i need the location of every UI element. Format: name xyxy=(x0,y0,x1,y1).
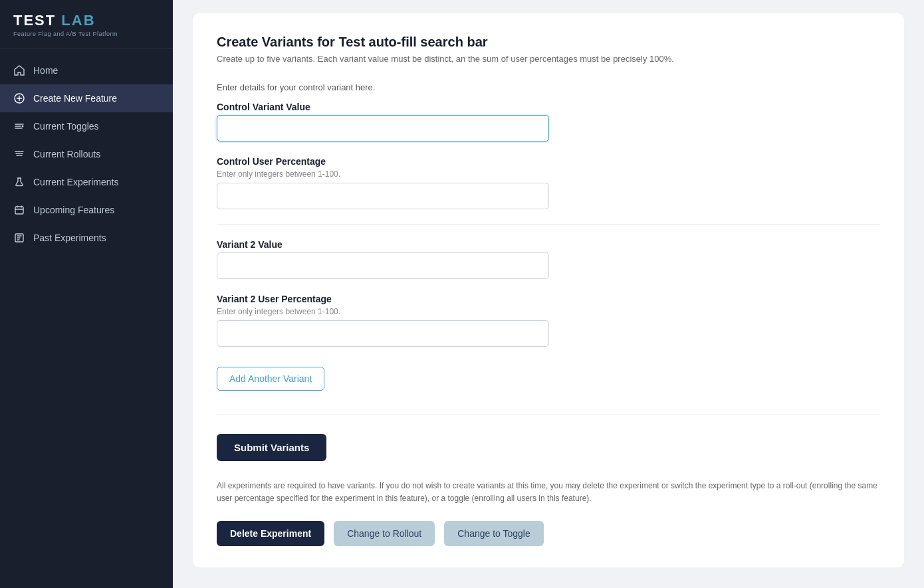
sidebar-item-create-new-feature[interactable]: Create New Feature xyxy=(0,84,173,112)
past-icon xyxy=(13,232,25,244)
card-subtitle: Create up to five variants. Each variant… xyxy=(217,54,880,64)
home-icon xyxy=(13,64,25,76)
sidebar-item-current-rollouts[interactable]: Current Rollouts xyxy=(0,140,173,168)
sidebar-item-current-experiments[interactable]: Current Experiments xyxy=(0,168,173,196)
experiments-icon xyxy=(13,176,25,188)
control-section-label: Enter details for your control variant h… xyxy=(217,82,880,92)
variant2-user-percentage-label: Variant 2 User Percentage xyxy=(217,294,880,304)
variant2-user-percentage-group: Variant 2 User Percentage Enter only int… xyxy=(217,294,880,347)
variant2-user-percentage-input[interactable] xyxy=(217,320,549,347)
logo-container: TEST LAB Feature Flag and A/B Test Platf… xyxy=(0,0,173,49)
rollouts-icon xyxy=(13,148,25,160)
submit-variants-button[interactable]: Submit Variants xyxy=(217,434,326,461)
sidebar-item-upcoming-features[interactable]: Upcoming Features xyxy=(0,196,173,224)
card-title: Create Variants for Test auto-fill searc… xyxy=(217,35,880,50)
sidebar-item-past-label: Past Experiments xyxy=(33,233,106,243)
delete-experiment-button[interactable]: Delete Experiment xyxy=(217,521,324,546)
sidebar-item-create-label: Create New Feature xyxy=(33,93,117,104)
upcoming-icon xyxy=(13,204,25,216)
add-another-variant-button[interactable]: Add Another Variant xyxy=(217,367,324,391)
logo-subtitle: Feature Flag and A/B Test Platform xyxy=(13,31,160,37)
plus-icon xyxy=(13,92,25,104)
divider-1 xyxy=(217,224,880,225)
sidebar-item-home[interactable]: Home xyxy=(0,56,173,84)
sidebar-item-toggles-label: Current Toggles xyxy=(33,121,99,132)
footer-actions: Delete Experiment Change to Rollout Chan… xyxy=(217,521,880,546)
svg-point-1 xyxy=(22,126,24,128)
sidebar-item-upcoming-label: Upcoming Features xyxy=(33,205,114,215)
sidebar: TEST LAB Feature Flag and A/B Test Platf… xyxy=(0,0,173,588)
control-variant-value-input[interactable] xyxy=(217,115,549,142)
svg-rect-2 xyxy=(15,207,23,214)
control-user-percentage-input[interactable] xyxy=(217,183,549,209)
sidebar-item-home-label: Home xyxy=(33,65,58,76)
sidebar-item-current-toggles[interactable]: Current Toggles xyxy=(0,112,173,140)
sidebar-item-past-experiments[interactable]: Past Experiments xyxy=(0,224,173,252)
control-variant-value-group: Control Variant Value xyxy=(217,102,880,142)
toggles-icon xyxy=(13,120,25,132)
control-user-percentage-label: Control User Percentage xyxy=(217,156,880,167)
variant2-value-label: Variant 2 Value xyxy=(217,239,880,250)
change-to-rollout-button[interactable]: Change to Rollout xyxy=(334,521,435,546)
sidebar-item-experiments-label: Current Experiments xyxy=(33,177,118,187)
footer-note: All experiments are required to have var… xyxy=(217,480,880,505)
control-user-percentage-hint: Enter only integers between 1-100. xyxy=(217,169,880,179)
variant2-value-input[interactable] xyxy=(217,252,549,279)
variant2-user-percentage-hint: Enter only integers between 1-100. xyxy=(217,307,880,316)
divider-2 xyxy=(217,415,880,415)
logo-text: TEST LAB xyxy=(13,12,160,29)
change-to-toggle-button[interactable]: Change to Toggle xyxy=(444,521,544,546)
control-user-percentage-group: Control User Percentage Enter only integ… xyxy=(217,156,880,209)
control-variant-value-label: Control Variant Value xyxy=(217,102,880,112)
card: Create Variants for Test auto-fill searc… xyxy=(193,13,904,567)
main-content: Create Variants for Test auto-fill searc… xyxy=(173,0,924,588)
variant2-value-group: Variant 2 Value xyxy=(217,239,880,279)
sidebar-item-rollouts-label: Current Rollouts xyxy=(33,149,100,159)
sidebar-nav: Home Create New Feature Current Toggles xyxy=(0,49,173,260)
